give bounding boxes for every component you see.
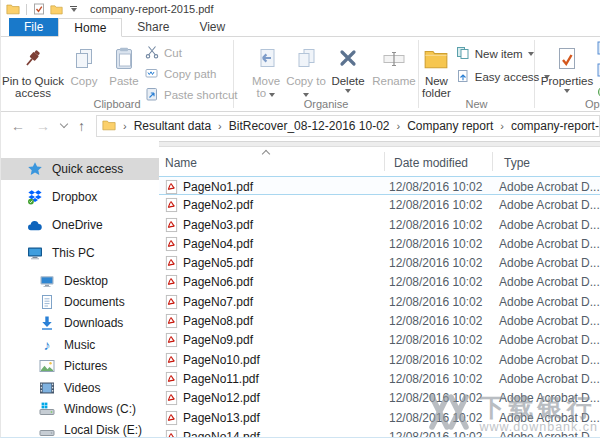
- file-row[interactable]: PageNo6.pdf 12/08/2016 10:02 Adobe Acrob…: [159, 272, 600, 291]
- breadcrumb-segment[interactable]: Resultant data: [134, 119, 211, 133]
- delete-icon: [336, 42, 360, 75]
- copy-path-button[interactable]: Copy path: [145, 66, 233, 82]
- forward-icon[interactable]: →: [36, 119, 50, 133]
- breadcrumb-chevron-icon[interactable]: ›: [493, 120, 511, 132]
- breadcrumb-segment[interactable]: BitRecover_08-12-2016 10-02: [229, 119, 390, 133]
- group-label-new: New: [419, 98, 534, 110]
- pdf-file-icon: [164, 294, 179, 313]
- pdf-file-icon: [164, 332, 179, 351]
- file-row[interactable]: PageNo13.pdf 12/08/2016 10:02 Adobe Acro…: [159, 408, 600, 427]
- sidebar-item-quick-access[interactable]: Quick access: [1, 158, 159, 180]
- pdf-file-icon: [164, 274, 179, 293]
- file-row[interactable]: PageNo12.pdf 12/08/2016 10:02 Adobe Acro…: [159, 388, 600, 407]
- documents-icon: [39, 294, 55, 310]
- pin-icon: [22, 42, 44, 75]
- downloads-icon: [39, 315, 55, 331]
- column-divider[interactable]: [384, 152, 385, 171]
- breadcrumb-segment[interactable]: company-report-2015.pdf: [511, 119, 600, 133]
- qat-customize-icon[interactable]: [70, 6, 77, 12]
- new-item-caret-icon: [528, 52, 534, 56]
- pdf-file-icon: [164, 429, 179, 438]
- copy-to-caret-icon: [303, 93, 309, 97]
- sidebar-item-videos[interactable]: Videos: [1, 377, 159, 398]
- tab-share[interactable]: Share: [122, 18, 184, 36]
- column-header-type[interactable]: Type: [504, 156, 530, 170]
- delete-caret-icon: [345, 89, 351, 93]
- ribbon-tab-bar: File Home Share View: [1, 18, 600, 37]
- easy-access-icon: [456, 69, 470, 85]
- sidebar-item-music[interactable]: ♪ Music: [1, 334, 159, 355]
- file-row[interactable]: PageNo7.pdf 12/08/2016 10:02 Adobe Acrob…: [159, 292, 600, 311]
- file-row[interactable]: PageNo8.pdf 12/08/2016 10:02 Adobe Acrob…: [159, 311, 600, 330]
- sidebar-item-this-pc[interactable]: This PC: [1, 242, 159, 264]
- group-label-organise: Organise: [234, 98, 418, 110]
- pdf-file-icon: [164, 217, 179, 236]
- list-header: Name Date modified Type: [159, 149, 600, 173]
- pdf-file-icon: [164, 236, 179, 255]
- ribbon-group-open: Properties Open: [535, 37, 600, 111]
- qat-separator: [26, 4, 27, 15]
- address-bar: ← → ↑ ›Resultant data›BitRecover_08-12-2…: [1, 112, 600, 140]
- up-icon[interactable]: ↑: [78, 119, 85, 133]
- file-row[interactable]: PageNo11.pdf 12/08/2016 10:02 Adobe Acro…: [159, 369, 600, 388]
- breadcrumb-segment[interactable]: Company report: [407, 119, 493, 133]
- recent-locations-chevron-icon[interactable]: [60, 120, 68, 128]
- file-row[interactable]: PageNo14.pdf 12/08/2016 10:02 Adobe Acro…: [159, 427, 600, 438]
- file-row[interactable]: PageNo2.pdf 12/08/2016 10:02 Adobe Acrob…: [159, 195, 600, 214]
- sidebar-item-desktop[interactable]: Desktop: [1, 270, 159, 291]
- breadcrumb-chevron-icon[interactable]: ›: [116, 120, 134, 132]
- cut-button[interactable]: Cut: [145, 45, 233, 61]
- computer-icon: [27, 245, 43, 261]
- file-row[interactable]: PageNo5.pdf 12/08/2016 10:02 Adobe Acrob…: [159, 253, 600, 272]
- pdf-file-icon: [164, 352, 179, 371]
- sidebar-item-pictures[interactable]: Pictures: [1, 356, 159, 377]
- app-folder-icon: [6, 2, 20, 16]
- sidebar-item-documents[interactable]: Documents: [1, 291, 159, 312]
- back-icon[interactable]: ←: [11, 119, 25, 133]
- rename-icon: [381, 42, 407, 75]
- explorer-window: company-report-2015.pdf File Home Share …: [0, 0, 600, 438]
- copy-to-icon: [294, 42, 318, 75]
- breadcrumb-chevron-icon[interactable]: ›: [211, 120, 229, 132]
- copy-icon: [72, 42, 96, 75]
- cloud-icon: [27, 217, 43, 233]
- drive-windows-icon: [39, 401, 55, 417]
- sidebar-item-onedrive[interactable]: OneDrive: [1, 214, 159, 236]
- column-header-date-modified[interactable]: Date modified: [394, 156, 468, 170]
- sidebar-item-windows-c[interactable]: Windows (C:): [1, 398, 159, 419]
- desktop-icon: [39, 273, 55, 289]
- file-row[interactable]: PageNo10.pdf 12/08/2016 10:02 Adobe Acro…: [159, 350, 600, 369]
- ribbon-group-organise: Move to Copy to Delete Rename: [234, 37, 418, 111]
- sidebar-item-downloads[interactable]: Downloads: [1, 313, 159, 334]
- tab-home[interactable]: Home: [58, 18, 122, 37]
- pdf-file-icon: [164, 197, 179, 216]
- sidebar-item-local-disk-e[interactable]: Local Disk (E:): [1, 420, 159, 438]
- pictures-icon: [39, 358, 55, 374]
- column-divider[interactable]: [492, 152, 493, 171]
- breadcrumb-chevron-icon[interactable]: ›: [390, 120, 408, 132]
- move-to-icon: [254, 42, 278, 75]
- sidebar-item-dropbox[interactable]: Dropbox: [1, 186, 159, 208]
- pdf-file-icon: [164, 410, 179, 429]
- dropbox-icon: [27, 189, 43, 205]
- file-row[interactable]: PageNo1.pdf 12/08/2016 10:02 Adobe Acrob…: [159, 176, 600, 195]
- file-row[interactable]: PageNo4.pdf 12/08/2016 10:02 Adobe Acrob…: [159, 234, 600, 253]
- pdf-file-icon: [164, 371, 179, 390]
- new-item-icon: [456, 46, 470, 62]
- file-list: Name Date modified Type PageNo1.pdf 12/0…: [159, 140, 600, 438]
- qat-new-folder-icon[interactable]: [50, 3, 63, 16]
- properties-icon: [555, 42, 579, 75]
- tab-view[interactable]: View: [184, 18, 240, 36]
- file-row[interactable]: PageNo3.pdf 12/08/2016 10:02 Adobe Acrob…: [159, 215, 600, 234]
- sort-ascending-icon: [262, 150, 270, 158]
- qat-properties-icon[interactable]: [33, 3, 45, 15]
- title-bar: company-report-2015.pdf: [1, 0, 600, 18]
- main-area: Quick access Dropbox OneDrive This PC De…: [1, 140, 600, 438]
- column-header-name[interactable]: Name: [165, 156, 197, 170]
- new-folder-icon: [423, 42, 449, 75]
- breadcrumb[interactable]: ›Resultant data›BitRecover_08-12-2016 10…: [96, 115, 600, 137]
- tab-file[interactable]: File: [9, 18, 58, 36]
- pdf-file-icon: [164, 255, 179, 274]
- file-row[interactable]: PageNo9.pdf 12/08/2016 10:02 Adobe Acrob…: [159, 330, 600, 349]
- sidebar: Quick access Dropbox OneDrive This PC De…: [1, 140, 159, 438]
